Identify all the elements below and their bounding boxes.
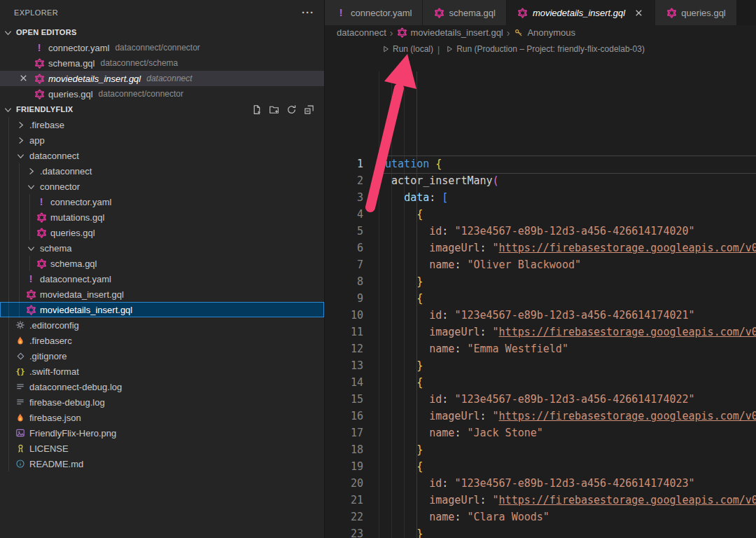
tab-schema.gql[interactable]: schema.gql	[423, 0, 505, 25]
tree-folder-schema[interactable]: schema	[0, 240, 324, 256]
tree-file-firebase-debug.log[interactable]: firebase-debug.log	[0, 394, 324, 410]
flame-icon	[15, 412, 26, 423]
tree-file-schema.gql[interactable]: schema.gql	[0, 256, 324, 271]
code-line-22[interactable]: 22 name: "Clara Woods"	[325, 509, 756, 525]
play-icon	[444, 43, 455, 55]
graphql-icon	[36, 258, 47, 269]
line-number: 20	[325, 475, 379, 492]
line-number: 14	[325, 374, 379, 391]
code-line-1[interactable]: 1mutation {	[325, 156, 756, 172]
graphql-icon	[34, 88, 45, 99]
code-line-5[interactable]: 5 id: "123e4567-e89b-12d3-a456-426614174…	[325, 223, 756, 240]
tree-file-README.md[interactable]: README.md	[0, 456, 324, 471]
line-number: 23	[325, 525, 379, 538]
code-line-12[interactable]: 12 name: "Emma Westfield"	[325, 340, 756, 357]
explorer-sidebar: EXPLORER ··· OPEN EDITORS !connector.yam…	[0, 0, 324, 538]
code-line-17[interactable]: 17 name: "Jack Stone"	[325, 425, 756, 441]
tree-file-.swift-format[interactable]: {}.swift-format	[0, 364, 324, 379]
code-line-4[interactable]: 4 {	[325, 206, 756, 223]
code-line-14[interactable]: 14 {	[325, 374, 756, 391]
workspace-section-header[interactable]: FRIENDLYFLIX	[0, 102, 324, 117]
open-editor-item-connector.yaml[interactable]: !connector.yamldataconnect/connector	[0, 40, 324, 55]
tab-queries.gql[interactable]: queries.gql	[655, 0, 736, 25]
diamond-icon	[15, 350, 26, 361]
tree-file-moviedetails_insert.gql[interactable]: moviedetails_insert.gql	[0, 302, 324, 317]
chevron-down-icon	[15, 150, 26, 161]
tree-file-mutations.gql[interactable]: mutations.gql	[0, 209, 324, 225]
line-number: 18	[325, 441, 379, 458]
tree-file-firebase.json[interactable]: firebase.json	[0, 410, 324, 425]
code-line-content: name: "Clara Woods"	[379, 509, 550, 525]
code-line-20[interactable]: 20 id: "123e4567-e89b-12d3-a456-42661417…	[325, 475, 756, 492]
line-number: 9	[325, 290, 379, 307]
line-number: 21	[325, 492, 379, 509]
tree-folder-dataconnect[interactable]: dataconnect	[0, 148, 324, 163]
open-editors-section-header[interactable]: OPEN EDITORS	[0, 25, 324, 40]
tree-file-connector.yaml[interactable]: !connector.yaml	[0, 194, 324, 209]
code-line-21[interactable]: 21 imageUrl: "https://firebasestorage.go…	[325, 492, 756, 509]
open-editor-item-schema.gql[interactable]: schema.gqldataconnect/schema	[0, 55, 324, 71]
code-line-content: }	[379, 357, 423, 374]
code-line-content: imageUrl: "https://firebasestorage.googl…	[379, 492, 756, 509]
graphql-icon	[25, 304, 36, 315]
code-editor[interactable]: 1mutation {2 actor_insertMany(3 data: [4…	[325, 55, 756, 538]
explorer-header: EXPLORER ···	[0, 0, 324, 25]
code-line-9[interactable]: 9 {	[325, 290, 756, 307]
chevron-right-icon	[15, 134, 26, 146]
tree-file-LICENSE[interactable]: LICENSE	[0, 441, 324, 456]
tab-connector.yaml[interactable]: !connector.yaml	[325, 0, 422, 25]
tree-file-.editorconfig[interactable]: .editorconfig	[0, 317, 324, 333]
line-number: 13	[325, 357, 379, 374]
code-line-18[interactable]: 18 }	[325, 441, 756, 458]
code-line-13[interactable]: 13 }	[325, 357, 756, 374]
code-line-content: actor_insertMany(	[379, 172, 499, 189]
explorer-title: EXPLORER	[14, 8, 58, 17]
tree-file-FriendlyFlix-Hero.png[interactable]: FriendlyFlix-Hero.png	[0, 425, 324, 441]
line-number: 6	[325, 240, 379, 256]
more-actions-icon[interactable]: ···	[302, 6, 314, 18]
breadcrumb-item-Anonymous[interactable]: Anonymous	[513, 27, 575, 39]
open-editors-label: OPEN EDITORS	[16, 28, 77, 36]
code-line-11[interactable]: 11 imageUrl: "https://firebasestorage.go…	[325, 324, 756, 340]
tree-file-dataconnect.yaml[interactable]: !dataconnect.yaml	[0, 271, 324, 287]
tree-file-.firebaserc[interactable]: .firebaserc	[0, 333, 324, 348]
chevron-down-icon	[25, 181, 36, 192]
code-line-3[interactable]: 3 data: [	[325, 189, 756, 206]
code-line-2[interactable]: 2 actor_insertMany(	[325, 172, 756, 189]
code-line-7[interactable]: 7 name: "Oliver Blackwood"	[325, 256, 756, 273]
tree-file-moviedata_insert.gql[interactable]: moviedata_insert.gql	[0, 287, 324, 302]
tab-moviedetails_insert.gql[interactable]: moviedetails_insert.gql	[507, 0, 654, 25]
code-line-19[interactable]: 19 {	[325, 458, 756, 475]
code-line-content: {	[379, 374, 423, 391]
line-number: 15	[325, 391, 379, 408]
code-line-content: }	[379, 525, 423, 538]
tree-folder-connector[interactable]: connector	[0, 179, 324, 194]
run-production-button[interactable]: Run (Production – Project: friendly-flix…	[444, 43, 645, 55]
breadcrumb-item-dataconnect[interactable]: dataconnect	[337, 27, 386, 38]
code-line-6[interactable]: 6 imageUrl: "https://firebasestorage.goo…	[325, 240, 756, 256]
tree-file-.gitignore[interactable]: .gitignore	[0, 348, 324, 364]
tree-folder-.firebase[interactable]: .firebase	[0, 117, 324, 132]
code-line-content: }	[379, 441, 423, 458]
warning-icon: !	[335, 7, 346, 18]
tree-folder-.dataconnect[interactable]: .dataconnect	[0, 163, 324, 179]
run-local-button[interactable]: Run (local)	[380, 43, 433, 55]
close-icon[interactable]	[18, 73, 29, 83]
close-icon[interactable]	[634, 8, 644, 18]
tree-folder-app[interactable]: app	[0, 132, 324, 148]
code-line-content: id: "123e4567-e89b-12d3-a456-42661417402…	[379, 475, 695, 492]
code-line-10[interactable]: 10 id: "123e4567-e89b-12d3-a456-42661417…	[325, 307, 756, 324]
open-editor-item-moviedetails_insert.gql[interactable]: moviedetails_insert.gqldataconnect	[0, 71, 324, 86]
code-line-8[interactable]: 8 }	[325, 273, 756, 290]
tree-file-queries.gql[interactable]: queries.gql	[0, 225, 324, 240]
tree-file-dataconnect-debug.log[interactable]: dataconnect-debug.log	[0, 379, 324, 394]
code-line-16[interactable]: 16 imageUrl: "https://firebasestorage.go…	[325, 408, 756, 425]
open-editor-item-queries.gql[interactable]: queries.gqldataconnect/connector	[0, 86, 324, 102]
braces-icon: {}	[15, 366, 26, 377]
code-line-15[interactable]: 15 id: "123e4567-e89b-12d3-a456-42661417…	[325, 391, 756, 408]
code-line-content: name: "Oliver Blackwood"	[379, 256, 581, 273]
code-line-23[interactable]: 23 }	[325, 525, 756, 538]
breadcrumb-item-moviedetails_insert.gql[interactable]: moviedetails_insert.gql	[397, 27, 503, 39]
code-line-content: {	[379, 206, 423, 223]
line-number: 10	[325, 307, 379, 324]
